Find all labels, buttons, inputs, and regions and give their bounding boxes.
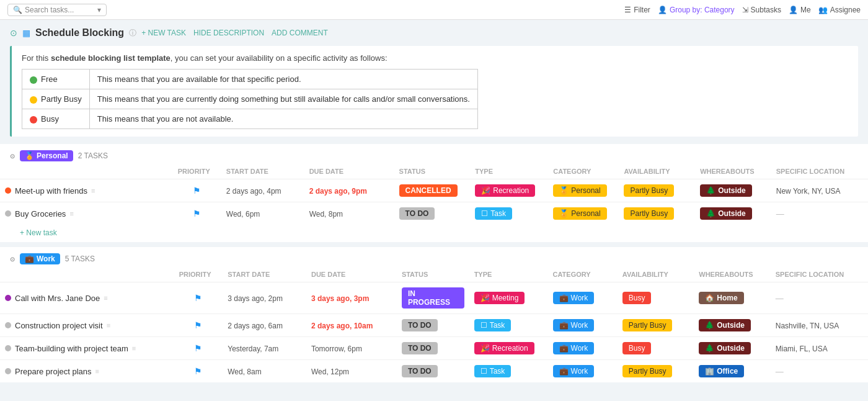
category-cell: 💼 Work bbox=[548, 314, 618, 337]
flag-icon[interactable]: ⚑ bbox=[193, 186, 201, 196]
col-priority-header: PRIORITY bbox=[173, 164, 221, 179]
location-cell: — bbox=[771, 202, 868, 225]
due-date: 2 days ago, 9pm bbox=[309, 187, 367, 196]
work-col-due-header: DUE DATE bbox=[306, 267, 397, 282]
location-cell: New York, NY, USA bbox=[771, 179, 868, 202]
whereabouts-badge: 🏢 Office bbox=[699, 365, 744, 377]
personal-task-count: 2 TASKS bbox=[78, 151, 108, 160]
flag-icon[interactable]: ⚑ bbox=[194, 343, 202, 353]
work-col-priority-header: PRIORITY bbox=[174, 267, 223, 282]
work-col-cat-header: CATEGORY bbox=[548, 267, 618, 282]
personal-new-task[interactable]: + New task bbox=[0, 225, 868, 242]
me-icon: 👤 bbox=[789, 6, 798, 14]
cat-icon: 💼 bbox=[559, 321, 569, 330]
task-title: Prepare project plans bbox=[15, 367, 92, 376]
category-badge: 💼 Work bbox=[553, 292, 595, 304]
status-cell: CANCELLED bbox=[394, 179, 471, 202]
description-intro: For this schedule blocking list template… bbox=[22, 53, 848, 63]
subtasks-button[interactable]: ⇲ Subtasks bbox=[742, 6, 781, 14]
table-row: Construction project visit ≡ ⚑ 2 days ag… bbox=[0, 314, 868, 337]
whereabouts-badge: 🌲 Outside bbox=[699, 319, 751, 331]
due-date: Wed, 12pm bbox=[311, 367, 349, 376]
work-chevron[interactable]: ⊙ bbox=[10, 256, 15, 263]
info-icon: ⓘ bbox=[129, 28, 136, 38]
hide-description-button[interactable]: HIDE DESCRIPTION bbox=[193, 29, 264, 37]
category-badge: 💼 Work bbox=[553, 319, 595, 331]
flag-icon[interactable]: ⚑ bbox=[194, 293, 202, 303]
search-box[interactable]: 🔍 Search tasks... ▾ bbox=[7, 4, 107, 16]
where-icon: 🌲 bbox=[706, 209, 715, 218]
cat-icon: 💼 bbox=[559, 294, 569, 302]
type-cell: 🎉 Recreation bbox=[469, 337, 548, 360]
priority-cell: ⚑ bbox=[173, 179, 221, 202]
dot-green bbox=[30, 76, 37, 84]
task-title: Buy Groceries bbox=[15, 209, 66, 219]
personal-tag: 🏅 Personal bbox=[20, 150, 73, 161]
new-task-button[interactable]: + NEW TASK bbox=[141, 29, 186, 37]
location-cell: Nashville, TN, USA bbox=[771, 314, 868, 337]
cat-label: Personal bbox=[571, 186, 600, 195]
task-dot bbox=[5, 210, 11, 217]
personal-chevron[interactable]: ⊙ bbox=[10, 153, 15, 160]
personal-section-header: ⊙ 🏅 Personal 2 TASKS bbox=[0, 144, 868, 164]
status-cell: TO DO bbox=[397, 360, 469, 383]
work-col-where-header: WHEREABOUTS bbox=[694, 267, 770, 282]
due-date-cell: Wed, 8pm bbox=[304, 202, 394, 225]
due-date-cell: 3 days ago, 3pm bbox=[306, 282, 397, 314]
due-date: Tomorrow, 6pm bbox=[311, 345, 362, 353]
col-where-header: WHEREABOUTS bbox=[695, 164, 771, 179]
flag-icon[interactable]: ⚑ bbox=[194, 366, 202, 376]
type-cell: ☐ Task bbox=[469, 360, 548, 383]
status-cell: TO DO bbox=[397, 337, 469, 360]
dot-yellow bbox=[30, 96, 37, 104]
work-icon: 💼 bbox=[25, 255, 34, 263]
flag-icon[interactable]: ⚑ bbox=[193, 209, 201, 219]
assignee-icon: 👥 bbox=[818, 6, 828, 14]
type-badge: ☐ Task bbox=[474, 365, 512, 377]
work-section: ⊙ 💼 Work 5 TASKS PRIORITY START DATE DUE… bbox=[0, 247, 868, 382]
start-date-cell: Wed, 8am bbox=[223, 360, 306, 383]
work-col-avail-header: AVAILABILITY bbox=[618, 267, 694, 282]
page-header: ⊙ ▦ Schedule Blocking ⓘ + NEW TASK HIDE … bbox=[0, 20, 868, 42]
category-cell: 💼 Work bbox=[548, 360, 618, 383]
group-by-button[interactable]: 👤 Group by: Category bbox=[658, 6, 735, 14]
category-cell: 💼 Work bbox=[548, 337, 618, 360]
start-date-cell: 3 days ago, 2pm bbox=[223, 282, 306, 314]
status-badge: TO DO bbox=[402, 365, 438, 377]
location-text: Miami, FL, USA bbox=[776, 345, 828, 353]
availability-badge: Partly Busy bbox=[622, 319, 673, 331]
type-badge: 🎉 Meeting bbox=[474, 292, 525, 304]
collapse-icon[interactable]: ⊙ bbox=[10, 28, 17, 38]
col-due-header: DUE DATE bbox=[304, 164, 394, 179]
where-icon: 🌲 bbox=[706, 186, 715, 195]
start-date: Wed, 8am bbox=[228, 367, 261, 376]
priority-cell: ⚑ bbox=[174, 360, 223, 383]
start-date: 2 days ago, 4pm bbox=[226, 187, 281, 196]
flag-icon[interactable]: ⚑ bbox=[194, 320, 202, 330]
type-label: Meeting bbox=[492, 294, 519, 302]
start-date-cell: 2 days ago, 4pm bbox=[221, 179, 304, 202]
cat-icon: 🏅 bbox=[559, 209, 569, 218]
equals-icon: ≡ bbox=[95, 367, 99, 375]
me-button[interactable]: 👤 Me bbox=[789, 6, 811, 14]
start-date-cell: Wed, 6pm bbox=[221, 202, 304, 225]
availability-badge: Busy bbox=[622, 342, 652, 354]
type-badge: 🎉 Recreation bbox=[474, 342, 534, 354]
equals-icon: ≡ bbox=[107, 322, 110, 329]
col-status-header: STATUS bbox=[394, 164, 471, 179]
whereabouts-cell: 🏠 Home bbox=[694, 282, 770, 314]
add-comment-button[interactable]: ADD COMMENT bbox=[272, 29, 328, 37]
top-bar: 🔍 Search tasks... ▾ ☰ Filter 👤 Group by:… bbox=[0, 0, 868, 20]
availability-badge: Busy bbox=[622, 292, 652, 304]
equals-icon: ≡ bbox=[91, 187, 95, 194]
task-dot bbox=[5, 345, 11, 351]
availability-cell: Partly Busy bbox=[619, 202, 695, 225]
cat-label: Personal bbox=[571, 209, 600, 218]
cat-icon: 💼 bbox=[559, 367, 569, 376]
assignee-button[interactable]: 👥 Assignee bbox=[818, 6, 861, 14]
grid-icon: ▦ bbox=[22, 28, 30, 38]
type-icon: ☐ bbox=[481, 209, 488, 218]
filter-button[interactable]: ☰ Filter bbox=[624, 6, 650, 14]
task-title: Call with Mrs. Jane Doe bbox=[15, 294, 100, 303]
type-label: Task bbox=[490, 367, 505, 376]
